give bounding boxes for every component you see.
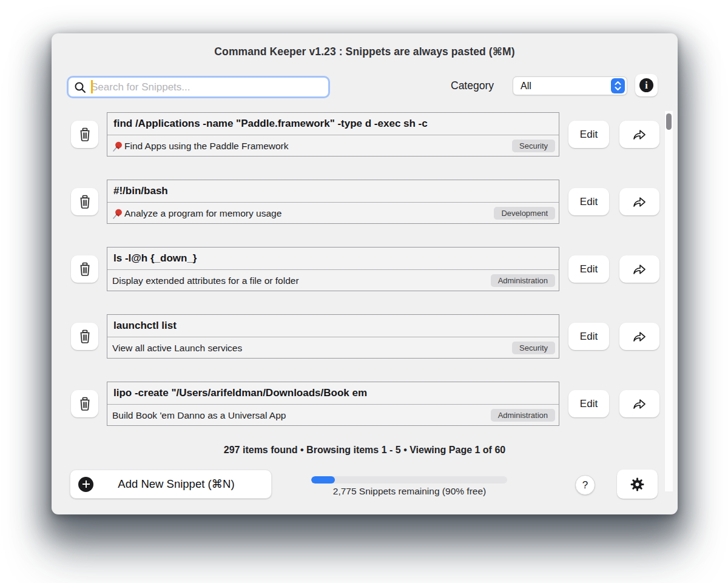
plus-icon <box>78 477 93 492</box>
edit-snippet-button[interactable]: Edit <box>568 121 609 148</box>
share-icon <box>632 129 647 141</box>
share-snippet-button[interactable] <box>619 390 659 417</box>
snippets-progress-bar <box>311 476 507 484</box>
snippet-description: Find Apps using the Paddle Framework <box>124 141 507 152</box>
scrollbar-thumb[interactable] <box>666 113 672 130</box>
snippet-command: lipo -create "/Users/arifeldman/Download… <box>107 382 559 405</box>
gear-icon <box>630 477 645 492</box>
snippet-meta: Build Book 'em Danno as a Universal App … <box>107 405 559 426</box>
scrollbar[interactable] <box>664 111 673 491</box>
category-badge: Security <box>512 342 555 354</box>
category-badge: Development <box>494 207 555 220</box>
pushpin-icon <box>112 208 123 219</box>
category-badge: Security <box>512 140 555 152</box>
snippets-progress-fill <box>311 476 335 484</box>
snippet-row: lipo -create "/Users/arifeldman/Download… <box>52 382 678 426</box>
add-new-snippet-label: Add New Snippet (⌘N) <box>93 477 271 491</box>
snippet-command: ls -l@h {_down_} <box>107 248 559 270</box>
snippet-card[interactable]: #!/bin/bash Analyze a program for memory… <box>107 180 559 224</box>
help-button[interactable]: ? <box>575 475 595 495</box>
edit-snippet-button[interactable]: Edit <box>568 255 609 283</box>
category-badge: Administration <box>491 409 555 422</box>
trash-icon <box>79 397 91 411</box>
snippet-row: #!/bin/bash Analyze a program for memory… <box>52 180 678 224</box>
share-snippet-button[interactable] <box>619 323 659 350</box>
snippet-command: #!/bin/bash <box>107 180 559 203</box>
snippet-description: Display extended attributes for a file o… <box>112 275 486 286</box>
snippet-meta: Find Apps using the Paddle Framework Sec… <box>107 135 559 157</box>
snippet-row: ls -l@h {_down_} Display extended attrib… <box>52 247 678 291</box>
trash-icon <box>79 262 91 276</box>
category-dropdown[interactable]: All <box>513 76 627 95</box>
edit-snippet-button[interactable]: Edit <box>568 390 609 417</box>
category-badge: Administration <box>491 274 555 287</box>
category-selected-value: All <box>513 81 611 92</box>
edit-snippet-button[interactable]: Edit <box>568 323 609 350</box>
snippet-meta: Display extended attributes for a file o… <box>107 270 559 291</box>
text-caret <box>91 80 93 93</box>
trash-icon <box>79 195 91 209</box>
share-icon <box>632 263 647 275</box>
delete-snippet-button[interactable] <box>71 390 98 417</box>
snippet-description: Analyze a program for memory usage <box>124 208 489 219</box>
edit-snippet-button[interactable]: Edit <box>568 188 609 215</box>
results-status-line: 297 items found • Browsing items 1 - 5 •… <box>52 445 678 456</box>
delete-snippet-button[interactable] <box>71 323 98 350</box>
trash-icon <box>79 329 91 343</box>
settings-button[interactable] <box>617 470 658 499</box>
snippet-meta: View all active Launch services Security <box>107 337 559 359</box>
add-new-snippet-button[interactable]: Add New Snippet (⌘N) <box>70 470 272 499</box>
share-icon <box>632 398 647 410</box>
share-snippet-button[interactable] <box>619 121 659 148</box>
share-icon <box>632 331 647 343</box>
category-label: Category <box>451 79 494 92</box>
share-snippet-button[interactable] <box>619 255 659 283</box>
snippet-description: View all active Launch services <box>112 343 507 354</box>
snippet-meta: Analyze a program for memory usage Devel… <box>107 203 559 224</box>
window-title: Command Keeper v1.23 : Snippets are alwa… <box>52 45 678 58</box>
info-icon: i <box>639 78 653 92</box>
snippet-row: launchctl list View all active Launch se… <box>52 314 678 359</box>
app-window: Command Keeper v1.23 : Snippets are alwa… <box>52 33 678 514</box>
snippet-row: find /Applications -name "Paddle.framewo… <box>52 112 678 157</box>
snippet-description: Build Book 'em Danno as a Universal App <box>112 410 486 421</box>
share-snippet-button[interactable] <box>619 188 659 215</box>
snippet-command: launchctl list <box>107 315 559 337</box>
snippet-card[interactable]: find /Applications -name "Paddle.framewo… <box>107 112 559 157</box>
snippet-command: find /Applications -name "Paddle.framewo… <box>107 113 559 135</box>
search-icon <box>74 81 86 93</box>
info-button[interactable]: i <box>635 74 658 96</box>
share-icon <box>632 196 647 208</box>
trash-icon <box>79 127 91 141</box>
search-field[interactable] <box>67 76 330 98</box>
dropdown-chevrons-icon <box>611 78 625 93</box>
snippets-remaining-caption: 2,775 Snippets remaining (90% free) <box>263 486 556 497</box>
delete-snippet-button[interactable] <box>71 255 98 283</box>
snippet-card[interactable]: lipo -create "/Users/arifeldman/Download… <box>107 382 559 426</box>
snippet-card[interactable]: launchctl list View all active Launch se… <box>107 314 559 359</box>
search-input[interactable] <box>86 78 328 96</box>
pushpin-icon <box>112 141 123 152</box>
delete-snippet-button[interactable] <box>71 188 98 215</box>
snippet-card[interactable]: ls -l@h {_down_} Display extended attrib… <box>107 247 559 291</box>
delete-snippet-button[interactable] <box>71 121 98 148</box>
